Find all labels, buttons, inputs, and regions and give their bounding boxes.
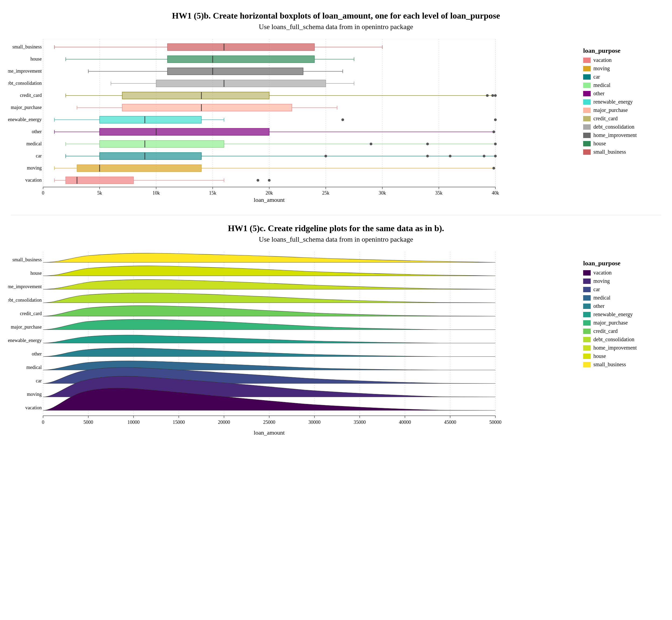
ridge-legend-label-debt: debt_consolidation — [593, 337, 634, 343]
legend-color-house — [583, 141, 591, 146]
ridge-legend-label-house: house — [593, 353, 606, 359]
svg-text:30k: 30k — [379, 190, 386, 196]
svg-text:0: 0 — [42, 190, 44, 196]
svg-text:small_business: small_business — [12, 257, 42, 262]
ridge-legend-vacation: vacation — [583, 270, 664, 276]
svg-text:vacation: vacation — [25, 177, 42, 183]
ridge-legend-car: car — [583, 286, 664, 293]
ridge-legend-color-cc — [583, 328, 591, 334]
legend-label-renewable: renewable_energy — [593, 99, 633, 105]
ridge-legend-smallbiz: small_business — [583, 361, 664, 368]
ridge-legend-label-renewable: renewable_energy — [593, 311, 633, 317]
legend-item-car: car — [583, 74, 664, 80]
boxplot-title: HW1 (5)b. Create horizontal boxplots of … — [0, 11, 672, 21]
ridge-legend-color-car — [583, 287, 591, 292]
svg-point-97 — [492, 167, 495, 169]
ridge-legend-major: major_purchase — [583, 320, 664, 326]
boxplot-area: small_business house home_improvement de… — [0, 36, 672, 204]
svg-text:renewable_energy: renewable_energy — [8, 338, 42, 343]
svg-text:25000: 25000 — [263, 419, 276, 425]
svg-rect-61 — [100, 116, 201, 123]
ridge-legend-color-homeimpr — [583, 345, 591, 351]
ridge-legend-label-homeimpr: home_improvement — [593, 345, 637, 351]
legend-item-vacation: vacation — [583, 57, 664, 63]
legend-color-moving — [583, 66, 591, 71]
legend-color-other — [583, 91, 591, 96]
svg-text:major_purchase: major_purchase — [11, 105, 42, 110]
svg-rect-83 — [100, 153, 201, 160]
ridgeline-section: HW1 (5)c. Create ridgeline plots for the… — [0, 218, 672, 447]
boxplot-plot: small_business house home_improvement de… — [8, 36, 578, 204]
svg-rect-69 — [100, 128, 269, 135]
svg-text:debt_consolidation: debt_consolidation — [8, 81, 42, 86]
legend-label-smallbiz: small_business — [593, 149, 626, 155]
svg-point-80 — [426, 143, 429, 145]
svg-rect-55 — [122, 104, 292, 111]
legend-item-medical: medical — [583, 82, 664, 88]
ridgeline-title: HW1 (5)c. Create ridgeline plots for the… — [0, 223, 672, 233]
svg-point-81 — [494, 143, 497, 145]
svg-text:debt_consolidation: debt_consolidation — [8, 297, 42, 303]
legend-color-medical — [583, 83, 591, 88]
ridge-legend-house: house — [583, 353, 664, 359]
svg-text:car: car — [36, 378, 42, 383]
svg-point-89 — [449, 155, 451, 157]
legend-label-car: car — [593, 74, 600, 80]
svg-rect-93 — [77, 165, 201, 172]
svg-text:renewable_energy: renewable_energy — [8, 117, 42, 122]
svg-text:5000: 5000 — [84, 419, 93, 425]
legend-item-major: major_purchase — [583, 107, 664, 113]
svg-rect-75 — [100, 141, 224, 148]
ridge-legend-debt: debt_consolidation — [583, 337, 664, 343]
boxplot-legend-title: loan_purpose — [583, 47, 664, 54]
ridge-legend-color-major — [583, 320, 591, 326]
legend-item-moving: moving — [583, 65, 664, 71]
ridgeline-legend-title: loan_purpose — [583, 260, 664, 267]
ridgeline-svg: small_business house home_improvement de… — [8, 249, 520, 437]
svg-text:car: car — [36, 153, 42, 158]
legend-item-debt: debt_consolidation — [583, 124, 664, 130]
svg-point-79 — [370, 143, 372, 145]
svg-text:40000: 40000 — [399, 419, 411, 425]
ridge-legend-color-other — [583, 304, 591, 309]
svg-point-66 — [341, 118, 344, 121]
ridge-legend-color-medical — [583, 295, 591, 301]
legend-label-major: major_purchase — [593, 107, 628, 113]
legend-color-cc — [583, 116, 591, 121]
ridge-legend-label-major: major_purchase — [593, 320, 628, 326]
legend-color-car — [583, 74, 591, 80]
boxplot-section: HW1 (5)b. Create horizontal boxplots of … — [0, 5, 672, 212]
ridge-legend-label-medical: medical — [593, 295, 610, 301]
legend-item-renewable: renewable_energy — [583, 99, 664, 105]
ridge-legend-homeimpr: home_improvement — [583, 345, 664, 351]
legend-label-medical: medical — [593, 82, 610, 88]
svg-text:medical: medical — [27, 141, 42, 146]
ridge-legend-color-debt — [583, 337, 591, 342]
svg-point-91 — [494, 155, 497, 157]
legend-item-smallbiz: small_business — [583, 149, 664, 155]
legend-label-homeimpr: home_improvement — [593, 132, 637, 138]
legend-color-homeimpr — [583, 133, 591, 138]
svg-point-87 — [325, 155, 327, 157]
svg-text:10000: 10000 — [128, 419, 140, 425]
svg-text:credit_card: credit_card — [20, 93, 42, 98]
legend-label-debt: debt_consolidation — [593, 124, 634, 130]
svg-rect-35 — [167, 68, 303, 75]
ridge-legend-label-other: other — [593, 303, 605, 309]
legend-item-homeimpr: home_improvement — [583, 132, 664, 138]
svg-text:5k: 5k — [97, 190, 102, 196]
page: HW1 (5)b. Create horizontal boxplots of … — [0, 0, 672, 452]
boxplot-svg: small_business house home_improvement de… — [8, 36, 520, 203]
ridge-legend-label-smallbiz: small_business — [593, 361, 626, 368]
legend-color-debt — [583, 124, 591, 130]
svg-point-52 — [491, 94, 494, 97]
legend-color-smallbiz — [583, 149, 591, 155]
ridge-legend-label-vacation: vacation — [593, 270, 612, 276]
svg-rect-47 — [122, 92, 269, 99]
svg-text:15000: 15000 — [173, 419, 185, 425]
legend-item-other: other — [583, 91, 664, 97]
boxplot-legend: loan_purpose vacation moving car medical — [578, 36, 664, 204]
ridgeline-subtitle: Use loans_full_schema data from in openi… — [0, 236, 672, 244]
svg-text:credit_card: credit_card — [20, 311, 42, 316]
ridge-legend-medical: medical — [583, 295, 664, 301]
